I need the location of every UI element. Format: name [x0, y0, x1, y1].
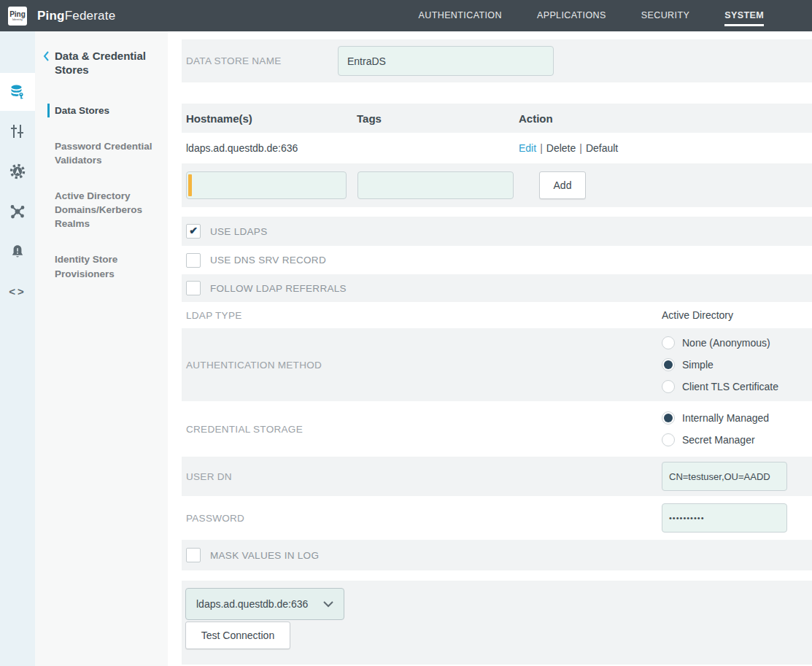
action-cell: Edit|Delete|Default — [519, 142, 618, 154]
data-store-name-label: DATA STORE NAME — [182, 55, 338, 66]
col-action: Action — [519, 112, 553, 125]
data-store-name-input[interactable]: EntraDS — [338, 46, 554, 76]
mask-values-label: MASK VALUES IN LOG — [210, 550, 319, 561]
storage-secret-manager-radio[interactable] — [662, 433, 675, 446]
password-input[interactable]: •••••••••• — [662, 503, 787, 533]
password-label: PASSWORD — [182, 513, 244, 524]
rail-item-settings[interactable] — [0, 111, 35, 151]
auth-client-tls-option[interactable]: Client TLS Certificate — [662, 376, 812, 398]
authentication-method-row: AUTHENTICATION METHOD None (Anonymous) S… — [182, 328, 812, 401]
add-hostname-row: Add — [182, 163, 812, 207]
sidebar-item-ad-domains-kerberos[interactable]: Active Directory Domains/Kerberos Realms — [35, 189, 165, 231]
rail-item-alerts[interactable] — [0, 231, 35, 271]
sidebar-item-identity-store-provisioners[interactable]: Identity Store Provisioners — [35, 252, 165, 280]
network-icon — [9, 203, 26, 220]
test-connection-button[interactable]: Test Connection — [185, 622, 290, 649]
follow-ldap-referrals-row: FOLLOW LDAP REFERRALS — [182, 274, 812, 302]
chevron-left-icon — [43, 50, 50, 77]
code-icon: <> — [9, 285, 26, 298]
add-button[interactable]: Add — [539, 171, 586, 199]
storage-secret-manager-option[interactable]: Secret Manager — [662, 429, 812, 451]
user-dn-row: USER DN CN=testuser,OU=AADD — [182, 457, 812, 496]
hostname-select-dropdown[interactable]: ldaps.ad.questdb.de:636 — [185, 588, 344, 620]
use-dns-srv-checkbox[interactable] — [186, 253, 201, 268]
authentication-method-label: AUTHENTICATION METHOD — [182, 360, 322, 371]
data-store-name-row: DATA STORE NAME EntraDS — [182, 39, 812, 82]
storage-internally-managed-radio[interactable] — [662, 411, 675, 425]
sidebar-title: Data & Credential Stores — [55, 50, 153, 77]
data-stores-icon — [9, 83, 26, 101]
rail-item-data-stores[interactable] — [0, 73, 35, 111]
sidebar-item-password-credential-validators[interactable]: Password Credential Validators — [35, 139, 165, 167]
ldap-type-label: LDAP TYPE — [182, 310, 242, 321]
credential-storage-label: CREDENTIAL STORAGE — [182, 424, 303, 435]
sidebar-item-data-stores[interactable]: Data Stores — [47, 104, 163, 117]
gear-admin-icon — [9, 163, 26, 180]
rail-item-code[interactable]: <> — [0, 271, 35, 311]
tags-input[interactable] — [357, 171, 514, 199]
nav-security[interactable]: SECURITY — [641, 6, 689, 26]
hostname-select-value: ldaps.ad.questdb.de:636 — [196, 598, 308, 610]
ping-logo-subtext: Identity — [12, 18, 23, 21]
settings-sliders-icon — [9, 123, 26, 139]
use-ldaps-label: USE LDAPS — [210, 226, 267, 237]
auth-simple-radio[interactable] — [662, 358, 675, 371]
top-nav: AUTHENTICATION APPLICATIONS SECURITY SYS… — [419, 6, 812, 26]
top-header: Ping Identity PingFederate AUTHENTICATIO… — [0, 0, 812, 31]
ping-logo-text: Ping — [9, 11, 26, 18]
main-content: DATA STORE NAME EntraDS Hostname(s) Tags… — [168, 31, 812, 666]
connection-test-section: ldaps.ad.questdb.de:636 Test Connection — [182, 581, 812, 665]
auth-none-radio[interactable] — [662, 336, 675, 349]
rail-item-server[interactable] — [0, 151, 35, 191]
storage-internally-managed-option[interactable]: Internally Managed — [662, 407, 812, 429]
use-ldaps-checkbox[interactable] — [186, 224, 201, 239]
nav-authentication[interactable]: AUTHENTICATION — [419, 6, 502, 26]
follow-ldap-referrals-checkbox[interactable] — [186, 281, 201, 295]
chevron-down-icon — [323, 598, 333, 610]
auth-none-option[interactable]: None (Anonymous) — [662, 332, 812, 354]
rail-item-network[interactable] — [0, 191, 35, 231]
col-hostnames: Hostname(s) — [182, 112, 357, 125]
edit-link[interactable]: Edit — [519, 142, 536, 154]
app-title: PingFederate — [37, 9, 115, 23]
icon-rail: <> — [0, 31, 35, 666]
use-dns-srv-row: USE DNS SRV RECORD — [182, 246, 812, 274]
hostname-cell: ldaps.ad.questdb.de:636 — [182, 142, 357, 154]
user-dn-label: USER DN — [182, 471, 232, 482]
nav-applications[interactable]: APPLICATIONS — [537, 6, 606, 26]
mask-values-checkbox[interactable] — [186, 548, 201, 562]
nav-system[interactable]: SYSTEM — [724, 6, 764, 26]
hostname-input[interactable] — [186, 171, 347, 199]
auth-simple-option[interactable]: Simple — [662, 354, 812, 376]
col-tags: Tags — [357, 112, 519, 125]
follow-ldap-referrals-label: FOLLOW LDAP REFERRALS — [210, 283, 347, 294]
ldap-type-row: LDAP TYPE Active Directory — [182, 302, 812, 328]
sidebar: Data & Credential Stores Data Stores Pas… — [35, 31, 168, 666]
credential-storage-row: CREDENTIAL STORAGE Internally Managed Se… — [182, 401, 812, 457]
use-dns-srv-label: USE DNS SRV RECORD — [210, 255, 326, 266]
ldap-type-value: Active Directory — [662, 309, 733, 321]
ping-logo: Ping Identity — [8, 7, 27, 26]
delete-link[interactable]: Delete — [546, 142, 576, 154]
sidebar-header[interactable]: Data & Credential Stores — [35, 50, 168, 77]
password-row: PASSWORD •••••••••• — [182, 496, 812, 540]
use-ldaps-row: USE LDAPS — [182, 217, 812, 246]
default-link[interactable]: Default — [586, 142, 618, 154]
sidebar-items: Data Stores Password Credential Validato… — [35, 104, 168, 281]
user-dn-input[interactable]: CN=testuser,OU=AADD — [662, 462, 787, 491]
hostname-table-row: ldaps.ad.questdb.de:636 Edit|Delete|Defa… — [182, 133, 812, 163]
alert-bell-icon — [9, 244, 26, 260]
hostnames-table-header: Hostname(s) Tags Action — [182, 104, 812, 133]
mask-values-row: MASK VALUES IN LOG — [182, 540, 812, 570]
auth-client-tls-radio[interactable] — [662, 380, 675, 393]
